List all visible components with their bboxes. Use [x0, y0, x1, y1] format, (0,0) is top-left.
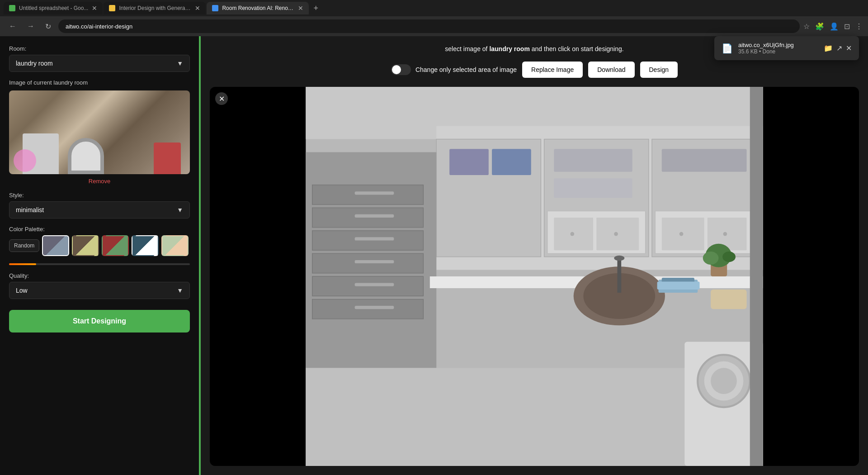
refresh-button[interactable]: ↻ [42, 20, 55, 33]
svg-rect-7 [554, 149, 632, 172]
open-folder-button[interactable]: 📁 [824, 44, 833, 52]
svg-rect-4 [449, 149, 489, 175]
open-file-button[interactable]: ↗ [836, 44, 842, 52]
back-button[interactable]: ← [5, 20, 20, 32]
toggle-container: Change only selected area of image [391, 64, 517, 75]
download-button[interactable]: Download [588, 62, 634, 78]
progress-bar [9, 263, 36, 265]
svg-rect-46 [711, 290, 746, 309]
notification-status: 35.6 KB • Done [738, 48, 818, 55]
bookmark-icon[interactable]: ☆ [803, 22, 810, 31]
generated-image [210, 87, 859, 466]
swatch-random[interactable]: Random [9, 239, 39, 252]
room-dropdown-value: laundry room [16, 60, 53, 67]
replace-image-button[interactable]: Replace Image [522, 62, 583, 78]
swatch-5[interactable] [161, 235, 189, 256]
svg-rect-5 [492, 149, 531, 175]
svg-point-12 [570, 232, 574, 236]
svg-rect-28 [355, 191, 394, 195]
room-section: Room: laundry room ▼ [9, 45, 190, 72]
viewer-close-button[interactable]: ✕ [215, 92, 228, 105]
style-label: Style: [9, 192, 190, 199]
quality-label: Quality: [9, 272, 190, 279]
address-bar[interactable]: aitwo.co/ai-interior-design [58, 19, 800, 33]
image-section: Image of current laundry room Remove [9, 79, 190, 185]
style-dropdown[interactable]: minimalist ▼ [9, 201, 190, 218]
tab-favicon-spreadsheet [9, 5, 15, 11]
quality-dropdown[interactable]: Low ▼ [9, 282, 190, 299]
svg-rect-8 [554, 178, 632, 198]
menu-icon[interactable]: ⋮ [855, 22, 863, 31]
profile-icon[interactable]: 👤 [830, 22, 839, 31]
tab-close-interior[interactable]: ✕ [195, 5, 200, 12]
color-palette-section: Color Palette: Random [9, 226, 190, 256]
new-tab-button[interactable]: + [310, 4, 322, 13]
style-dropdown-arrow: ▼ [177, 206, 183, 214]
quality-dropdown-arrow: ▼ [177, 287, 183, 294]
nav-bar: ← → ↻ aitwo.co/ai-interior-design ☆ 🧩 👤 … [0, 16, 868, 36]
tab-bar: Untitled spreadsheet - Goo... ✕ Interior… [0, 0, 868, 16]
swatch-4[interactable] [132, 235, 159, 256]
swatch-2[interactable] [72, 235, 99, 256]
svg-point-42 [722, 252, 736, 262]
tab-renovation[interactable]: Room Renovation AI: Renova... ✕ [207, 2, 309, 14]
svg-rect-32 [355, 283, 394, 286]
notification-text: aitwo.co_x6UjGfn.jpg 35.6 KB • Done [738, 42, 818, 55]
remove-image-link[interactable]: Remove [9, 178, 190, 185]
svg-point-20 [723, 232, 727, 236]
tab-favicon-interior [109, 5, 115, 11]
controls-row: Change only selected area of image Repla… [210, 62, 859, 78]
split-screen-icon[interactable]: ⊡ [844, 22, 850, 31]
svg-point-13 [614, 232, 618, 236]
svg-point-51 [711, 368, 737, 394]
quality-dropdown-value: Low [16, 287, 28, 294]
svg-rect-29 [355, 214, 394, 218]
room-dropdown-arrow: ▼ [177, 60, 183, 67]
svg-rect-45 [657, 282, 700, 290]
image-upload-area[interactable] [9, 90, 190, 174]
uploaded-image [9, 90, 190, 174]
svg-rect-33 [355, 306, 394, 309]
design-button[interactable]: Design [640, 62, 678, 78]
start-designing-button[interactable]: Start Designing [9, 310, 190, 332]
tab-close-renovation[interactable]: ✕ [298, 5, 303, 12]
tab-spreadsheet[interactable]: Untitled spreadsheet - Goo... ✕ [4, 2, 103, 14]
close-notification-button[interactable]: ✕ [846, 44, 852, 52]
tab-title-interior: Interior Design with Generati... [119, 5, 191, 11]
svg-point-41 [703, 252, 719, 265]
room-label: Room: [9, 45, 190, 52]
notification-filename: aitwo.co_x6UjGfn.jpg [738, 42, 818, 48]
room-dropdown[interactable]: laundry room ▼ [9, 55, 190, 72]
style-section: Style: minimalist ▼ [9, 192, 190, 218]
svg-rect-30 [355, 237, 394, 240]
area-toggle[interactable] [391, 64, 411, 75]
swatch-1[interactable] [42, 235, 69, 256]
svg-rect-52 [750, 87, 763, 466]
image-viewer: ✕ [210, 87, 859, 466]
tab-favicon-renovation [212, 5, 218, 11]
svg-rect-37 [617, 257, 621, 293]
instruction-suffix: and then click on start designing. [530, 45, 624, 52]
extensions-icon[interactable]: 🧩 [815, 22, 824, 31]
instruction-prefix: select image of [445, 45, 489, 52]
instruction-room: laundry room [489, 45, 529, 52]
tab-close-spreadsheet[interactable]: ✕ [92, 5, 97, 12]
forward-button[interactable]: → [24, 20, 38, 32]
swatch-3[interactable] [102, 235, 129, 256]
tab-title-spreadsheet: Untitled spreadsheet - Goo... [19, 5, 88, 11]
progress-bar-container [9, 263, 190, 265]
svg-rect-15 [662, 149, 747, 172]
palette-swatches: Random [9, 235, 190, 256]
app-container: Room: laundry room ▼ Image of current la… [0, 36, 868, 475]
file-icon: 📄 [722, 43, 733, 54]
toggle-knob [392, 65, 401, 74]
color-palette-label: Color Palette: [9, 226, 190, 233]
style-dropdown-value: minimalist [16, 206, 44, 214]
tab-interior[interactable]: Interior Design with Generati... ✕ [104, 2, 206, 14]
svg-point-38 [614, 256, 624, 261]
tab-title-renovation: Room Renovation AI: Renova... [222, 5, 294, 11]
notification-actions: 📁 ↗ ✕ [824, 44, 852, 52]
quality-section: Quality: Low ▼ [9, 272, 190, 299]
url-text: aitwo.co/ai-interior-design [66, 23, 132, 30]
download-notification: 📄 aitwo.co_x6UjGfn.jpg 35.6 KB • Done 📁 … [714, 36, 859, 60]
